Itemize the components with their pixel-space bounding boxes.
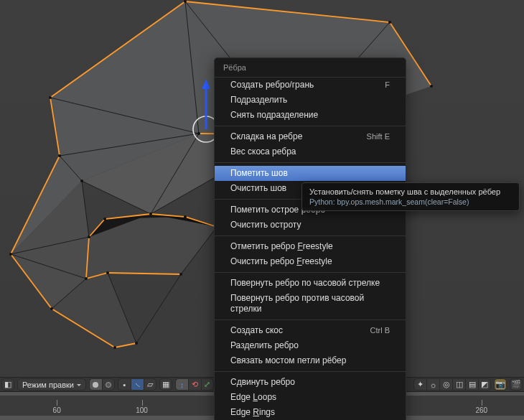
menu-item[interactable]: Отметить ребро Freestyle <box>215 239 406 254</box>
select-edge-icon[interactable]: ⟍ <box>131 378 144 391</box>
render-icon[interactable]: 🎬 <box>510 378 523 391</box>
limit-visible-icon[interactable]: ▦ <box>159 378 172 391</box>
menu-item[interactable]: Повернуть ребро против часовой стрелки <box>215 291 406 317</box>
menu-item[interactable]: Edge Rings <box>215 405 406 420</box>
overlay-icons-group: ✦ ☼ ◎ ◫ ▤ ◩ <box>413 378 491 391</box>
menu-item[interactable]: Создать ребро/граньF <box>215 78 406 93</box>
menu-item[interactable]: Очистить остроту <box>215 218 406 233</box>
menu-item[interactable]: Вес скоса ребра <box>215 144 406 159</box>
manipulator-group: ↕ ⟲ ⤢ <box>175 378 214 391</box>
overlay-3-icon[interactable]: ◎ <box>439 378 452 391</box>
svg-point-36 <box>49 96 52 99</box>
tooltip-desc: Установить/снять пометку шва с выделенны… <box>309 187 512 196</box>
cube-icon: ◧ <box>4 380 11 389</box>
editor-type-icon[interactable]: ◧ <box>1 378 14 391</box>
svg-point-43 <box>106 271 109 274</box>
svg-point-47 <box>184 215 187 218</box>
overlay-6-icon[interactable]: ◩ <box>478 378 491 391</box>
select-mode-group: ▪ ⟍ ▱ <box>118 378 156 391</box>
menu-item[interactable]: Повернуть ребро по часовой стрелке <box>215 276 406 291</box>
menu-item[interactable]: Создать скосCtrl B <box>215 323 406 338</box>
svg-point-39 <box>50 307 53 310</box>
overlay-4-icon[interactable]: ◫ <box>452 378 465 391</box>
overlay-5-icon[interactable]: ▤ <box>465 378 478 391</box>
shading-solid-icon[interactable] <box>89 378 102 391</box>
svg-point-38 <box>85 277 88 280</box>
svg-point-46 <box>103 218 106 220</box>
manipulator-translate-icon[interactable]: ↕ <box>175 378 188 391</box>
menu-item[interactable]: Снять подразделение <box>215 108 406 123</box>
overlay-1-icon[interactable]: ✦ <box>413 378 426 391</box>
svg-point-29 <box>388 21 391 24</box>
svg-point-42 <box>179 273 182 276</box>
menu-item[interactable]: Складка на ребреShift E <box>215 129 406 144</box>
mode-dropdown[interactable]: Режим правки <box>17 378 86 391</box>
select-face-icon[interactable]: ▱ <box>144 378 156 391</box>
tooltip: Установить/снять пометку шва с выделенны… <box>301 182 520 211</box>
svg-marker-50 <box>202 79 210 89</box>
menu-item[interactable]: Связать мостом петли рёбер <box>215 353 406 368</box>
menu-item[interactable]: Разделить ребро <box>215 338 406 353</box>
svg-point-40 <box>149 213 152 215</box>
shading-mode-group <box>89 378 115 391</box>
timeline-tick: 260 <box>475 406 487 414</box>
overlay-2-icon[interactable]: ☼ <box>426 378 439 391</box>
select-vertex-icon[interactable]: ▪ <box>118 378 131 391</box>
menu-item[interactable]: Сдвинуть ребро <box>215 375 406 390</box>
manipulator-rotate-icon[interactable]: ⟲ <box>188 378 201 391</box>
svg-point-44 <box>113 346 116 349</box>
timeline-tick: 100 <box>136 406 148 414</box>
svg-point-34 <box>9 253 12 256</box>
edges-context-menu: Рёбра Создать ребро/граньFПодразделитьСн… <box>214 57 406 420</box>
context-menu-title: Рёбра <box>215 58 406 78</box>
svg-point-28 <box>184 0 187 3</box>
shading-wire-icon[interactable] <box>102 378 115 391</box>
svg-point-45 <box>135 342 138 345</box>
menu-item[interactable]: Edge Loops <box>215 390 406 405</box>
timeline-tick: 60 <box>53 406 61 414</box>
snapshot-icon[interactable]: 📷 <box>494 378 507 391</box>
svg-point-35 <box>58 154 61 157</box>
svg-point-30 <box>430 85 433 88</box>
menu-item[interactable]: Подразделить <box>215 93 406 108</box>
svg-line-26 <box>136 274 181 343</box>
manipulator-scale-icon[interactable]: ⤢ <box>201 378 214 391</box>
svg-point-37 <box>88 235 90 238</box>
tooltip-python: Python: bpy.ops.mesh.mark_seam(clear=Fal… <box>309 197 512 206</box>
menu-item[interactable]: Очистить ребро Freestyle <box>215 254 406 269</box>
svg-point-33 <box>80 179 83 182</box>
menu-item[interactable]: Пометить шов <box>215 166 406 181</box>
